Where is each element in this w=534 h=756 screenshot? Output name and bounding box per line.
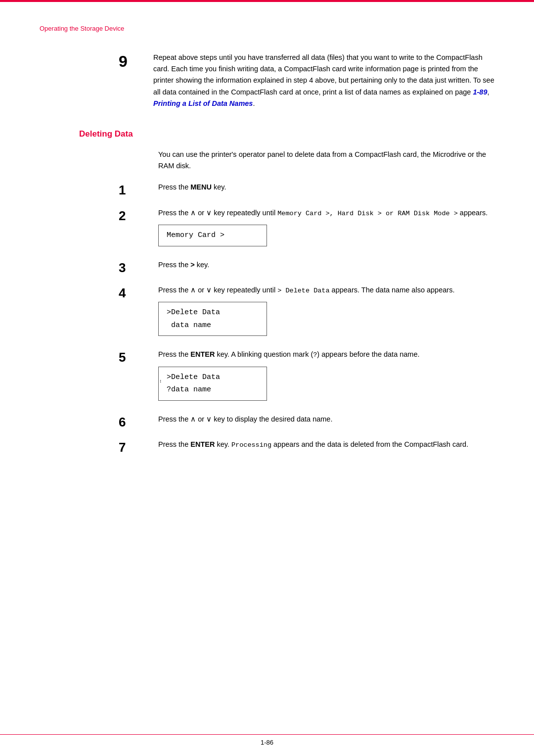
step-6-number: 6 [119, 414, 158, 430]
step-9-section: 9 Repeat above steps until you have tran… [119, 52, 494, 109]
step-1-bold: MENU [190, 183, 212, 191]
step-4-mono: > Delete Data [277, 287, 329, 294]
step-4-body: Press the ∧ or ∨ key repeatedly until > … [158, 284, 494, 340]
step-5-body: Press the ENTER key. A blinking question… [158, 349, 494, 405]
breadcrumb: Operating the Storage Device [40, 25, 494, 32]
page-footer: 1-86 [0, 734, 534, 746]
step-9-number: 9 [119, 52, 143, 71]
step-2-number: 2 [119, 207, 158, 224]
step-2-lcd: Memory Card > [158, 225, 267, 246]
section-intro: You can use the printer's operator panel… [158, 149, 494, 172]
cursor-marks: ↕ [159, 379, 162, 384]
step-5-lcd: >Delete Data ?data name [158, 367, 267, 401]
step-4-number: 4 [119, 284, 158, 301]
step-3-row: 3 Press the > key. [119, 259, 494, 276]
step-7-row: 7 Press the ENTER key. Processing appear… [119, 439, 494, 455]
step-4-row: 4 Press the ∧ or ∨ key repeatedly until … [119, 284, 494, 340]
steps-container: 1 Press the MENU key. 2 Press the ∧ or ∨… [119, 182, 494, 455]
step-2-mono: Memory Card >, Hard Disk > or RAM Disk M… [277, 210, 458, 217]
step-4-lcd-line1: >Delete Data [167, 306, 259, 319]
step-2-row: 2 Press the ∧ or ∨ key repeatedly until … [119, 207, 494, 250]
step-5-row: 5 Press the ENTER key. A blinking questi… [119, 349, 494, 405]
step-9-text-part2: . [253, 99, 255, 107]
step-9-link-ref[interactable]: 1-89 [473, 88, 487, 96]
step-7-body: Press the ENTER key. Processing appears … [158, 439, 494, 451]
step-7-bold: ENTER [190, 440, 215, 448]
step-1-row: 1 Press the MENU key. [119, 182, 494, 198]
step-6-row: 6 Press the ∧ or ∨ key to display the de… [119, 414, 494, 430]
step-4-lcd: >Delete Data data name [158, 302, 267, 336]
step-7-mono: Processing [231, 441, 271, 449]
step-3-number: 3 [119, 259, 158, 276]
step-3-body: Press the > key. [158, 259, 494, 271]
step-5-mono: ? [313, 351, 317, 359]
step-1-number: 1 [119, 182, 158, 198]
step-9-text-part1: Repeat above steps until you have transf… [153, 53, 494, 96]
step-5-lcd-line2: ?data name [167, 383, 259, 396]
step-5-bold: ENTER [190, 350, 215, 358]
step-6-body: Press the ∧ or ∨ key to display the desi… [158, 414, 494, 425]
step-3-bold: > [190, 261, 194, 269]
step-2-body: Press the ∧ or ∨ key repeatedly until Me… [158, 207, 494, 250]
footer-page-number: 1-86 [261, 739, 273, 746]
step-4-lcd-line2: data name [167, 319, 259, 332]
step-5-number: 5 [119, 349, 158, 365]
step-9-link-text[interactable]: Printing a List of Data Names [153, 99, 253, 107]
step-9-content: Repeat above steps until you have transf… [153, 52, 494, 109]
step-1-body: Press the MENU key. [158, 182, 494, 193]
step-2-lcd-line1: Memory Card > [167, 231, 224, 239]
step-7-number: 7 [119, 439, 158, 455]
step-5-lcd-line1: >Delete Data [167, 371, 259, 384]
deleting-data-heading: Deleting Data [79, 129, 494, 139]
